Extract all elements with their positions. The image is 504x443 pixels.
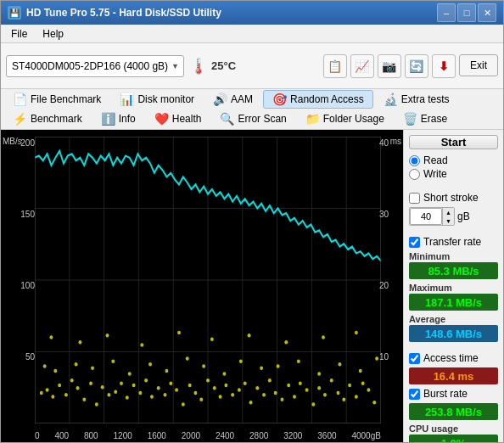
- svg-point-58: [299, 381, 302, 385]
- tab-random-access[interactable]: 🎯 Random Access: [263, 90, 373, 109]
- write-radio[interactable]: [409, 169, 420, 180]
- y-axis-right-unit: ms: [390, 137, 401, 146]
- tab-disk-monitor[interactable]: 📊 Disk monitor: [111, 91, 203, 108]
- read-option[interactable]: Read: [409, 154, 498, 166]
- toolbar-save-icon[interactable]: ⬇: [432, 54, 456, 78]
- exit-button[interactable]: Exit: [459, 54, 498, 76]
- tab-erase-label: Erase: [421, 113, 447, 125]
- nav-row-2: ⚡ Benchmark ℹ️ Info ❤️ Health 🔍 Error Sc…: [1, 109, 503, 130]
- tab-benchmark-label: Benchmark: [31, 113, 82, 125]
- x-axis: 0 400 800 1200 1600 2000 2400 2800 3200 …: [35, 431, 381, 440]
- svg-point-34: [150, 395, 154, 399]
- menu-help[interactable]: Help: [36, 26, 70, 42]
- transfer-rate-checkbox[interactable]: [409, 237, 420, 248]
- tab-random-access-label: Random Access: [290, 93, 364, 105]
- svg-point-99: [355, 331, 358, 335]
- svg-point-20: [64, 393, 68, 397]
- folder-usage-icon: 📁: [305, 112, 320, 126]
- extra-tests-icon: 🔬: [384, 93, 398, 106]
- burst-rate-option[interactable]: Burst rate: [409, 388, 498, 400]
- svg-point-62: [323, 393, 327, 397]
- y-axis-left-unit: MB/s: [3, 137, 22, 146]
- svg-point-91: [78, 340, 81, 345]
- short-stroke-input[interactable]: [410, 208, 442, 225]
- burst-rate-checkbox[interactable]: [409, 389, 420, 400]
- transfer-rate-label: Transfer rate: [423, 236, 481, 248]
- svg-point-69: [367, 388, 370, 392]
- window-title: HD Tune Pro 5.75 - Hard Disk/SSD Utility: [26, 7, 221, 19]
- svg-point-78: [165, 369, 168, 373]
- tab-erase[interactable]: 🗑️ Erase: [395, 110, 456, 127]
- average-label: Average: [409, 314, 498, 324]
- toolbar-camera-icon[interactable]: 📷: [378, 54, 401, 78]
- start-button[interactable]: Start: [409, 135, 498, 149]
- toolbar-icons: 📋 📈 📷 🔄 ⬇ Exit: [323, 54, 498, 78]
- svg-point-73: [75, 362, 78, 367]
- y-right-20: 20: [379, 281, 401, 290]
- nav-tabs: 📄 File Benchmark 📊 Disk monitor 🔊 AAM 🎯 …: [1, 89, 503, 130]
- tab-file-benchmark[interactable]: 📄 File Benchmark: [4, 91, 109, 108]
- svg-point-40: [188, 384, 192, 388]
- spin-up-button[interactable]: ▲: [442, 208, 454, 216]
- y-left-150: 150: [3, 210, 35, 219]
- nav-row-1: 📄 File Benchmark 📊 Disk monitor 🔊 AAM 🎯 …: [1, 89, 503, 109]
- svg-point-26: [101, 385, 104, 390]
- close-button[interactable]: ✕: [478, 3, 496, 22]
- svg-point-92: [106, 334, 109, 338]
- average-block: Average 148.6 MB/s: [409, 314, 498, 342]
- chart-svg: [35, 137, 381, 423]
- tab-health[interactable]: ❤️ Health: [146, 110, 210, 127]
- title-bar-left: 💾 HD Tune Pro 5.75 - Hard Disk/SSD Utili…: [8, 6, 221, 20]
- menu-file[interactable]: File: [4, 26, 34, 42]
- svg-point-37: [169, 381, 172, 385]
- svg-point-83: [260, 366, 263, 370]
- toolbar-compare-icon[interactable]: 📈: [350, 54, 374, 78]
- svg-point-75: [111, 360, 115, 364]
- short-stroke-option[interactable]: Short stroke: [409, 192, 498, 204]
- disk-select[interactable]: ST4000DM005-2DP166 (4000 gB): [6, 55, 184, 77]
- toolbar-copy-icon[interactable]: 📋: [323, 54, 347, 78]
- svg-point-85: [297, 360, 300, 364]
- tab-info[interactable]: ℹ️ Info: [92, 110, 144, 127]
- svg-point-84: [277, 364, 280, 368]
- transfer-rate-option[interactable]: Transfer rate: [409, 236, 498, 248]
- svg-point-60: [311, 402, 315, 407]
- svg-point-86: [317, 372, 321, 376]
- svg-point-22: [76, 386, 80, 390]
- tab-error-scan-label: Error Scan: [238, 113, 286, 125]
- tab-health-label: Health: [172, 113, 202, 125]
- svg-point-41: [193, 391, 197, 395]
- svg-point-94: [177, 331, 181, 335]
- svg-point-70: [372, 401, 376, 405]
- access-time-option[interactable]: Access time: [409, 352, 498, 364]
- tab-error-scan[interactable]: 🔍 Error Scan: [211, 110, 294, 127]
- svg-point-45: [219, 395, 222, 399]
- maximum-label: Maximum: [409, 283, 498, 293]
- tab-extra-tests[interactable]: 🔬 Extra tests: [375, 91, 458, 108]
- tab-folder-usage[interactable]: 📁 Folder Usage: [297, 110, 393, 127]
- svg-point-76: [128, 372, 132, 376]
- chart-area: 200 150 100 50 MB/s 40 30 20 10 ms: [1, 130, 403, 442]
- maximize-button[interactable]: □: [457, 3, 476, 22]
- tab-aam[interactable]: 🔊 AAM: [204, 91, 261, 108]
- read-write-options: Read Write: [409, 153, 498, 182]
- svg-point-82: [239, 360, 243, 364]
- svg-point-96: [248, 334, 251, 338]
- x-800: 800: [84, 431, 98, 440]
- svg-point-18: [51, 395, 54, 399]
- svg-point-68: [361, 381, 365, 385]
- short-stroke-checkbox[interactable]: [409, 193, 420, 204]
- toolbar-refresh-icon[interactable]: 🔄: [405, 54, 428, 78]
- svg-point-54: [274, 391, 277, 395]
- write-option[interactable]: Write: [409, 168, 498, 180]
- spin-down-button[interactable]: ▼: [442, 216, 454, 225]
- svg-point-33: [144, 379, 148, 383]
- svg-point-53: [268, 379, 272, 383]
- access-time-checkbox[interactable]: [409, 353, 420, 364]
- main-window: 💾 HD Tune Pro 5.75 - Hard Disk/SSD Utili…: [0, 0, 504, 443]
- minimize-button[interactable]: –: [437, 3, 456, 22]
- svg-point-47: [231, 393, 234, 397]
- read-radio[interactable]: [409, 155, 420, 166]
- tab-benchmark[interactable]: ⚡ Benchmark: [4, 110, 91, 127]
- svg-point-42: [199, 398, 203, 402]
